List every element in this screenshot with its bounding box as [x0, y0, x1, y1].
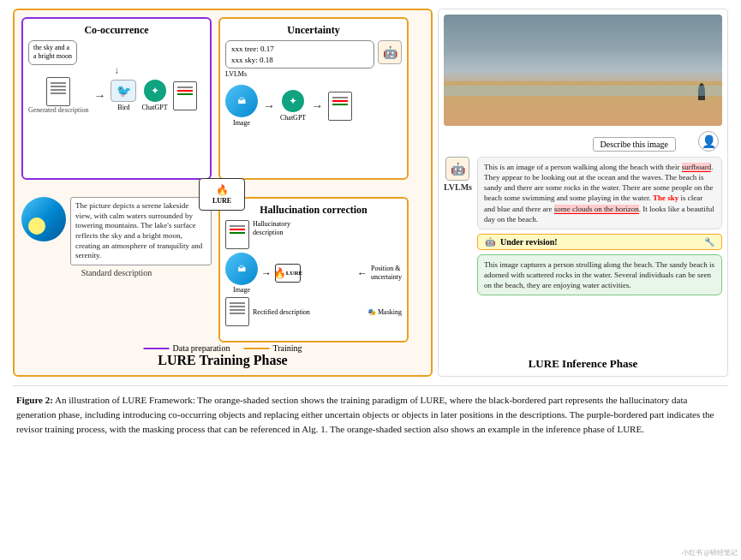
- lake-image: [21, 197, 66, 241]
- page-container: Co-occurrence the sky and aa bright moon…: [0, 0, 741, 449]
- arrow-4: →: [261, 267, 272, 280]
- standard-desc-area: The picture depicts a serene lakeside vi…: [21, 197, 212, 343]
- right-panel-title: LURE Inference Phase: [444, 357, 722, 371]
- lure-center-label: LURE: [212, 197, 231, 205]
- image-label-unc: Image: [233, 119, 250, 127]
- masking-label: 🎭 Masking: [368, 308, 402, 316]
- legend-training: Training: [243, 343, 302, 353]
- hall-desc-label: Hallucinatorydescription: [253, 220, 290, 238]
- caption-label: Figure 2:: [16, 395, 53, 405]
- bird-label: Bird: [117, 104, 129, 111]
- highlight-clouds: some clouds on the horizon: [554, 205, 639, 214]
- legend-data-prep: Data preparation: [143, 343, 230, 353]
- standard-desc-label: Standard description: [21, 268, 212, 277]
- prob-bubble: xxx tree: 0.17xxx sky: 0.18: [225, 40, 374, 69]
- image-icon-unc: 🏔: [225, 85, 258, 117]
- speech-bubble-text: the sky and aa bright moon: [33, 44, 72, 60]
- watermark: 小红书 @研经笔记: [682, 548, 738, 558]
- arrow-icon-3: →: [311, 99, 323, 113]
- right-panel: Describe this image 👤 🤖 LVLMs This is an…: [438, 9, 728, 377]
- lvlm-icon: 🤖: [378, 40, 402, 64]
- highlight-sky: The sky: [653, 194, 678, 202]
- describe-row: Describe this image 👤: [444, 131, 722, 152]
- image-icon-hall: 🏔: [225, 253, 258, 285]
- robot-icon: 🤖: [485, 237, 495, 247]
- chat2-text: This image captures a person strolling a…: [484, 260, 714, 289]
- hallucination-box: Hallucination correction Hallucinatoryde…: [218, 197, 409, 343]
- beach-image: [444, 15, 722, 126]
- chatgpt-icon: ✦: [144, 80, 166, 102]
- lure-small-badge: 🔥 LURE: [275, 264, 301, 283]
- position-label: Position &uncertainty: [371, 265, 402, 283]
- prob-text: xxx tree: 0.17xxx sky: 0.18: [231, 45, 274, 64]
- lvlms-col: 🤖 LVLMs: [444, 157, 472, 192]
- lvlms-label-unc: LVLMs: [225, 70, 374, 78]
- inference-row: 🤖 LVLMs This is an image of a person wal…: [444, 157, 722, 295]
- chatgpt-label: ChatGPT: [141, 104, 167, 111]
- arrow-icon: →: [93, 89, 105, 103]
- chatgpt-label-2: ChatGPT: [280, 114, 306, 122]
- chat-bubble-2: This image captures a person strolling a…: [477, 254, 722, 295]
- rectified-icon: [225, 297, 249, 326]
- bird-badge: 🐦: [111, 80, 136, 102]
- legend-area: Data preparation Training: [143, 343, 302, 353]
- cooccurrence-title: Co-occurrence: [28, 24, 205, 37]
- chat1-text-1: This is an image of a person walking alo…: [484, 163, 682, 171]
- arrow-icon-2: →: [263, 99, 275, 113]
- doc-icon-2: [173, 81, 197, 110]
- generated-desc-label: Generated description: [28, 106, 88, 115]
- revision-banner: 🤖 Under revision! 🔧: [477, 234, 722, 250]
- chat-bubble-1: This is an image of a person walking alo…: [477, 157, 722, 229]
- std-desc-text: The picture depicts a serene lakeside vi…: [70, 197, 212, 265]
- legend-purple-line: [143, 348, 169, 349]
- caption-area: Figure 2: An illustration of LURE Framew…: [13, 385, 728, 440]
- highlight-surfboard: surfboard: [682, 163, 712, 172]
- uncertainty-box: Uncertainty xxx tree: 0.17xxx sky: 0.18 …: [218, 17, 409, 180]
- legend-orange-line: [243, 348, 269, 349]
- wrench-icon: 🔧: [704, 237, 714, 247]
- left-panel: Co-occurrence the sky and aa bright moon…: [13, 9, 433, 377]
- image-label-hall: Image: [233, 286, 250, 294]
- uncertainty-title: Uncertainty: [225, 24, 402, 37]
- lvlms-right-label: LVLMs: [444, 182, 472, 192]
- flame-icon-2: 🔥: [273, 267, 286, 280]
- hall-desc-icon: [225, 220, 249, 249]
- doc-icon-3: [328, 92, 352, 121]
- describe-btn[interactable]: Describe this image: [593, 137, 676, 152]
- left-panel-title: LURE Training Phase: [158, 353, 287, 368]
- caption-text: An illustration of LURE Framework: The o…: [16, 395, 714, 434]
- chatgpt-icon-2: ✦: [282, 90, 304, 112]
- arrow-5: ←: [357, 267, 368, 280]
- cooccurrence-box: Co-occurrence the sky and aa bright moon…: [21, 17, 212, 180]
- revision-label: Under revision!: [500, 237, 558, 247]
- rectified-label: Rectified description: [253, 308, 310, 316]
- right-content: This is an image of a person walking alo…: [477, 157, 722, 295]
- user-icon: 👤: [698, 131, 719, 152]
- mask-icon: 🎭: [368, 308, 376, 316]
- doc-icon: [46, 77, 70, 106]
- hall-title: Hallucination correction: [225, 204, 402, 217]
- lvlm-icon-right: 🤖: [445, 157, 469, 181]
- lure-center-badge: 🔥 LURE: [199, 178, 245, 211]
- figure-area: Co-occurrence the sky and aa bright moon…: [13, 9, 728, 377]
- flame-icon: 🔥: [216, 184, 229, 197]
